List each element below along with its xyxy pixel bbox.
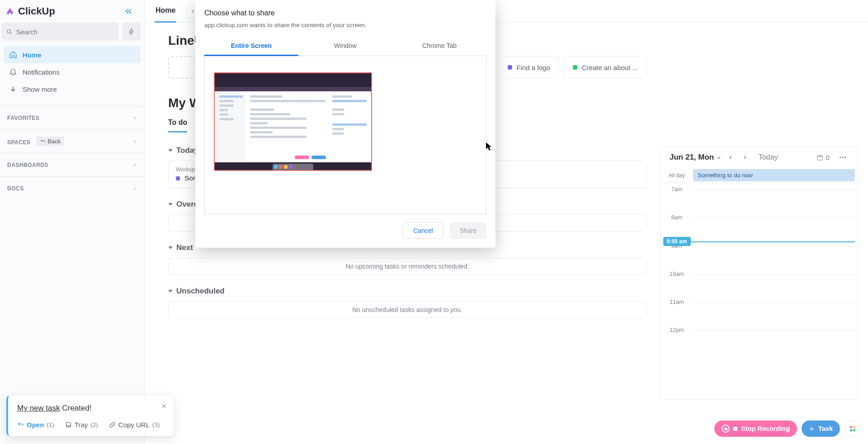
svg-point-3	[842, 157, 844, 158]
search-input[interactable]	[16, 28, 114, 36]
back-chip[interactable]: Back	[37, 137, 64, 146]
brand-name: ClickUp	[18, 5, 55, 17]
svg-rect-8	[850, 429, 852, 431]
subtab-todo[interactable]: To do	[168, 118, 187, 132]
apps-button[interactable]	[844, 420, 861, 437]
section-favorites[interactable]: FAVORITES	[0, 106, 144, 129]
time-label: 12pm	[660, 327, 693, 333]
caret-down-icon	[168, 149, 173, 152]
tray-icon	[65, 421, 72, 428]
clickup-logo[interactable]: ClickUp	[5, 5, 55, 17]
status-dot-icon	[508, 65, 512, 70]
bell-icon	[9, 68, 17, 76]
svg-point-0	[7, 29, 10, 33]
section-label: DOCS	[7, 185, 24, 192]
chip-label: Find a logo	[517, 64, 550, 71]
calendar-header: Jun 21, Mon Today 0	[660, 147, 858, 168]
toast-open[interactable]: Open(1)	[17, 421, 54, 429]
group-unscheduled[interactable]: Unscheduled	[168, 287, 646, 296]
cal-more[interactable]	[837, 151, 849, 163]
clickup-icon	[5, 6, 15, 17]
record-icon	[722, 425, 730, 433]
cal-next[interactable]	[740, 152, 750, 163]
cal-unscheduled[interactable]: 0	[816, 154, 830, 161]
status-dot-icon	[176, 176, 180, 180]
search-icon	[6, 28, 13, 35]
lineup-chip[interactable]: Find a logo	[499, 56, 559, 79]
time-label: 11am	[660, 299, 693, 305]
toast-task-name[interactable]: My new task	[17, 404, 60, 412]
stop-icon	[733, 427, 737, 431]
allday-row: All day Something to do now	[660, 168, 858, 183]
dialog-subtitle: app.clickup.com wants to share the conte…	[204, 22, 486, 28]
dots-icon	[839, 156, 846, 158]
allday-event[interactable]: Something to do now	[693, 169, 855, 181]
tab-entire-screen[interactable]: Entire Screen	[204, 36, 298, 56]
new-task-button[interactable]: Task	[802, 420, 840, 437]
cancel-button[interactable]: Cancel	[403, 222, 443, 239]
cal-today-btn[interactable]: Today	[759, 153, 778, 161]
screen-share-dialog: Choose what to share app.clickup.com wan…	[195, 0, 495, 248]
stop-recording-button[interactable]: Stop Recording	[714, 420, 797, 437]
caret-down-icon	[168, 246, 173, 249]
status-dot-icon	[573, 65, 577, 70]
share-button[interactable]: Share	[450, 222, 486, 239]
search-box[interactable]	[2, 23, 119, 41]
quick-action-button[interactable]	[123, 23, 141, 41]
thumb-area	[204, 56, 486, 214]
screen-thumbnail[interactable]	[214, 72, 372, 171]
calendar-icon	[816, 154, 823, 161]
nav-list: Home Notifications Show more	[0, 44, 144, 99]
time-column[interactable]: 7am8am9am10am11am12pm8:55 am	[660, 183, 858, 399]
chevron-double-left-icon	[124, 7, 132, 15]
calendar-date[interactable]: Jun 21, Mon	[670, 153, 722, 162]
apps-grid-icon	[849, 425, 856, 432]
link-icon	[109, 421, 116, 428]
svg-rect-6	[850, 426, 852, 428]
tab-chrome-tab[interactable]: Chrome Tab	[392, 36, 486, 56]
sidebar: ClickUp Home Notifications Show more FAV…	[0, 0, 145, 444]
nav-home[interactable]: Home	[4, 46, 141, 63]
svg-rect-1	[817, 156, 822, 160]
section-docs[interactable]: DOCS	[0, 176, 144, 200]
caret-down-icon	[168, 290, 173, 293]
chevron-right-icon	[132, 139, 137, 144]
toast-tray[interactable]: Tray(2)	[65, 421, 98, 429]
logo-row: ClickUp	[0, 0, 144, 23]
calendar-pane: Jun 21, Mon Today 0 All day Something to…	[660, 23, 868, 444]
toast-title: My new task Created!	[17, 404, 165, 413]
chevron-right-icon	[132, 163, 137, 167]
nav-notifications[interactable]: Notifications	[4, 63, 141, 80]
section-spaces[interactable]: SPACES Back	[0, 129, 144, 153]
svg-rect-9	[853, 429, 855, 431]
reply-icon	[17, 421, 24, 428]
bottom-right-controls: Stop Recording Task	[714, 420, 861, 437]
chevron-down-icon	[716, 155, 722, 161]
dialog-tabs: Entire Screen Window Chrome Tab	[204, 36, 486, 56]
svg-point-2	[840, 157, 841, 158]
chevron-right-icon	[132, 116, 137, 120]
undo-icon	[40, 139, 46, 144]
dialog-title: Choose what to share	[204, 9, 486, 17]
calendar: Jun 21, Mon Today 0 All day Something to…	[660, 146, 858, 400]
lineup-chip[interactable]: Create an about ...	[564, 56, 646, 79]
collapse-sidebar-button[interactable]	[121, 4, 136, 19]
chevron-left-icon	[728, 155, 733, 160]
allday-label: All day	[660, 168, 693, 183]
cal-prev[interactable]	[725, 152, 736, 163]
plus-icon	[809, 426, 815, 432]
now-indicator: 8:55 am	[663, 237, 691, 246]
bolt-icon	[128, 28, 135, 35]
toast-close[interactable]	[161, 402, 167, 411]
nav-show-more[interactable]: Show more	[4, 80, 141, 98]
chevron-right-icon	[132, 186, 137, 191]
chevron-right-icon	[742, 155, 748, 160]
nav-label: Notifications	[23, 68, 60, 76]
tab-home[interactable]: Home	[155, 0, 176, 23]
toast-actions: Open(1) Tray(2) Copy URL(3)	[17, 421, 165, 429]
section-dashboards[interactable]: DASHBOARDS	[0, 153, 144, 176]
toast-copy-url[interactable]: Copy URL(3)	[109, 421, 160, 429]
next-empty: No upcoming tasks or reminders scheduled…	[168, 258, 646, 275]
time-label: 8am	[660, 214, 693, 221]
tab-window[interactable]: Window	[298, 36, 392, 56]
